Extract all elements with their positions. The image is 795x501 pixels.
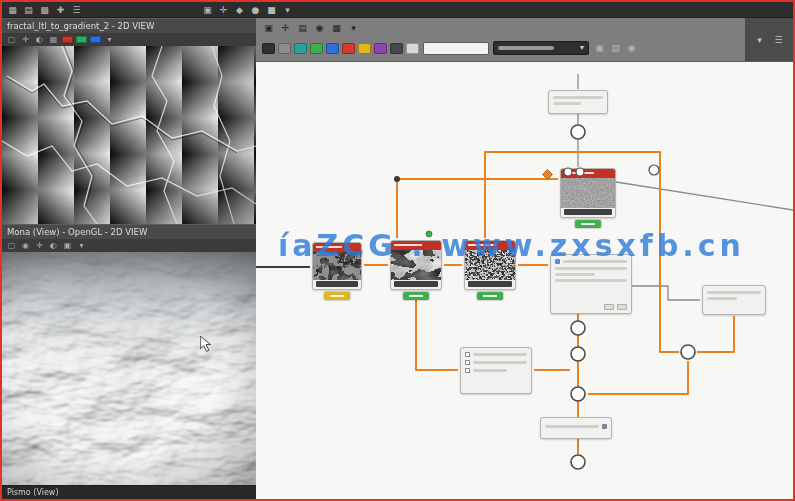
graph-column: ▣✛▤◉▦▾ ▾ ▣▤◉ ▾☰ (256, 18, 793, 499)
tool-move-icon[interactable]: ✛ (217, 4, 230, 16)
tool-select-icon[interactable]: ▣ (201, 4, 214, 16)
checkbox[interactable] (465, 368, 470, 373)
node-parameters-panel[interactable] (550, 254, 632, 314)
node-top-frame[interactable] (548, 90, 608, 114)
tool-green-icon[interactable] (310, 43, 323, 54)
tool-light-icon[interactable] (406, 43, 419, 54)
node-label (468, 281, 512, 287)
graph-toolbar: ▣✛▤◉▦▾ ▾ ▣▤◉ ▾☰ (256, 18, 793, 62)
orbit-icon[interactable]: ◉ (20, 240, 31, 251)
help-icon[interactable]: ◉ (625, 42, 638, 54)
texture-2d-preview (2, 46, 256, 224)
chevron-down-icon: ▾ (580, 42, 584, 54)
options-caret-icon[interactable]: ▾ (104, 34, 115, 45)
layers-icon[interactable]: ▤ (609, 42, 622, 54)
mini-button[interactable] (604, 304, 614, 310)
wire (632, 286, 700, 300)
status-badge (403, 292, 429, 300)
view3d-canvas[interactable] (2, 252, 256, 485)
dropdown-caret-icon[interactable]: ▾ (281, 4, 294, 16)
caret-icon[interactable]: ▾ (347, 22, 360, 34)
contrast-icon[interactable]: ◐ (34, 34, 45, 45)
view2d-toolbar: ▢✛◐▦▾ (2, 33, 256, 46)
lighting-icon[interactable]: ◐ (48, 240, 59, 251)
menu-grid-icon[interactable]: ▦ (6, 4, 19, 16)
channel-red-icon[interactable] (62, 36, 73, 43)
node-label (316, 281, 358, 287)
view2d-title: fractal_ltl_to_gradient_2 - 2D VIEW (2, 18, 256, 33)
checkbox[interactable] (465, 360, 470, 365)
render-3d-preview (2, 252, 256, 485)
fit-view-icon[interactable]: ▢ (6, 34, 17, 45)
node-mini-buttons (604, 304, 627, 310)
texture-node-d[interactable] (464, 240, 516, 290)
node-small-panel[interactable] (540, 417, 612, 439)
focus-icon[interactable]: ✛ (279, 22, 292, 34)
graph-tool-colors (262, 43, 419, 54)
layout-icon[interactable]: ▤ (296, 22, 309, 34)
snapshot-icon[interactable]: ◉ (313, 22, 326, 34)
filter-icon[interactable]: ▣ (593, 42, 606, 54)
grid-icon[interactable]: ▦ (48, 34, 59, 45)
mini-button[interactable] (617, 304, 627, 310)
tool-teal-icon[interactable] (294, 43, 307, 54)
view2d-canvas[interactable] (2, 46, 256, 224)
options-caret-icon[interactable]: ▾ (76, 240, 87, 251)
tool-black-icon[interactable] (262, 43, 275, 54)
dock-caret-icon[interactable]: ▾ (753, 34, 766, 46)
tool-square-icon[interactable]: ■ (265, 4, 278, 16)
application-window: ▦▤▩✚☰ ▣✛◆●■▾ fractal_ltl_to_gradient_2 -… (0, 0, 795, 501)
graph-toolbar-row1: ▣✛▤◉▦▾ (256, 18, 793, 36)
node-thumbnail (313, 252, 361, 280)
add-icon[interactable]: ✚ (54, 4, 67, 16)
texture-node-c[interactable] (390, 240, 442, 290)
tool-dark-icon[interactable] (390, 43, 403, 54)
node-thumbnail (391, 250, 441, 280)
panel-menu-icon[interactable]: ☰ (772, 34, 785, 46)
hamburger-icon[interactable]: ☰ (70, 4, 83, 16)
wire (697, 316, 734, 352)
node-label (564, 209, 612, 215)
tool-red-icon[interactable] (342, 43, 355, 54)
material-icon[interactable]: ▣ (62, 240, 73, 251)
camera-icon[interactable]: ▣ (262, 22, 275, 34)
toolbar-search-field[interactable] (423, 42, 489, 55)
channel-blue-icon[interactable] (90, 36, 101, 43)
panels-icon[interactable]: ▤ (22, 4, 35, 16)
fit-view-icon[interactable]: ▢ (6, 240, 17, 251)
wire (616, 182, 793, 210)
texture-node-b[interactable] (312, 242, 362, 290)
node-header (391, 241, 441, 250)
status-badge (575, 220, 601, 228)
pan-icon[interactable]: ✛ (20, 34, 31, 45)
view3d-toolbar: ▢◉✛◐▣▾ (2, 239, 256, 252)
pan-icon[interactable]: ✛ (34, 240, 45, 251)
node-header (465, 241, 515, 250)
grid-icon[interactable]: ▦ (330, 22, 343, 34)
tool-circle-icon[interactable]: ● (249, 4, 262, 16)
wire (588, 361, 688, 394)
node-graph-canvas[interactable]: íaZCG . www.zxsxfb.cn (256, 62, 793, 499)
tool-yellow-icon[interactable] (358, 43, 371, 54)
tool-gray-icon[interactable] (278, 43, 291, 54)
node-options-panel[interactable] (460, 347, 532, 394)
pattern-icon[interactable]: ▩ (38, 4, 51, 16)
tool-shapes-icon[interactable]: ◆ (233, 4, 246, 16)
node-right-panel[interactable] (702, 285, 766, 315)
texture-node-noise-a[interactable] (560, 168, 616, 218)
wire (416, 292, 458, 370)
channel-green-icon[interactable] (76, 36, 87, 43)
node-header (313, 243, 361, 252)
left-status-bar: Pismo (View) (2, 485, 256, 499)
tool-purple-icon[interactable] (374, 43, 387, 54)
checkbox[interactable] (465, 352, 470, 357)
node-thumbnail (465, 250, 515, 280)
graph-tool-trailing: ▣▤◉ (593, 42, 638, 54)
view3d-title: Mona (View) - OpenGL - 2D VIEW (2, 224, 256, 239)
status-badge (324, 292, 350, 300)
global-toolbar: ▦▤▩✚☰ ▣✛◆●■▾ (2, 2, 793, 18)
toolbar-dropdown[interactable]: ▾ (493, 41, 589, 55)
mouse-cursor (200, 336, 212, 352)
node-header (561, 169, 615, 178)
tool-blue-icon[interactable] (326, 43, 339, 54)
